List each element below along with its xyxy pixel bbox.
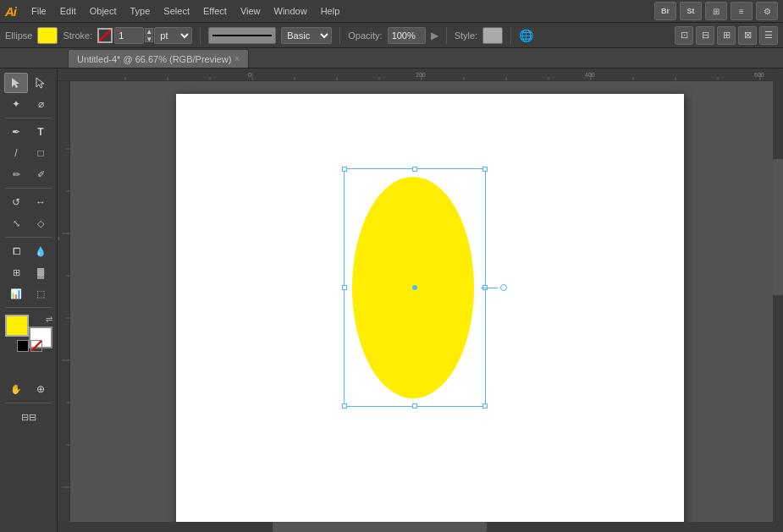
rotate-tool-btn[interactable]: ↺: [4, 192, 28, 212]
svg-text:0: 0: [58, 237, 60, 240]
lasso-tool-btn[interactable]: ⌀: [29, 94, 52, 114]
width-handle[interactable]: [481, 284, 507, 291]
separator-1: [5, 118, 52, 118]
scale-tool-btn[interactable]: ⤡: [4, 213, 28, 233]
magic-wand-tool-btn[interactable]: ✦: [4, 94, 28, 114]
svg-text:200: 200: [416, 72, 426, 78]
transform-panel-btn[interactable]: ⊡: [675, 26, 693, 45]
gradient-tool-btn[interactable]: ▓: [29, 262, 52, 282]
ruler-left: 0: [58, 81, 70, 532]
artboards-btn[interactable]: ⊟⊟: [5, 407, 52, 427]
style-select[interactable]: Basic: [281, 27, 332, 44]
tool-row-7: ⤡ ◇: [4, 213, 52, 233]
opacity-dropdown-arrow[interactable]: ▶: [431, 30, 438, 41]
chart-tool-btn[interactable]: 📊: [4, 283, 28, 304]
align-btn-1[interactable]: ⊟: [696, 26, 714, 45]
foreground-color-swatch[interactable]: [5, 315, 29, 337]
artboard-tool-btn[interactable]: ⬚: [29, 283, 52, 304]
paintbrush-tool-btn[interactable]: ✏: [4, 164, 28, 184]
width-handle-circle[interactable]: [500, 284, 507, 291]
svg-text:0: 0: [248, 72, 251, 78]
divider-2: [339, 27, 340, 44]
type-tool-btn[interactable]: T: [29, 122, 52, 142]
eyedrop-tool-btn[interactable]: 💧: [29, 241, 52, 261]
stroke-color-swatch[interactable]: [97, 28, 113, 43]
swap-colors-btn[interactable]: ⇌: [46, 315, 52, 324]
divider-1: [200, 27, 201, 44]
hand-tool-btn[interactable]: ✋: [4, 379, 28, 399]
globe-icon[interactable]: 🌐: [519, 29, 533, 42]
tool-row-6: ↺ ↔: [4, 192, 52, 212]
handle-bottom-left[interactable]: [342, 403, 347, 409]
handle-middle-left[interactable]: [342, 285, 347, 290]
stroke-down-btn[interactable]: ▼: [145, 36, 153, 42]
handle-bottom-right[interactable]: [482, 403, 488, 409]
handle-bottom-center[interactable]: [412, 403, 417, 409]
align-btn-3[interactable]: ⊠: [738, 26, 757, 45]
menu-window[interactable]: Window: [267, 0, 314, 23]
arrange-icon-btn[interactable]: ≡: [731, 2, 753, 20]
stroke-style-preview[interactable]: [208, 27, 276, 44]
canvas-area[interactable]: 0 200 400 600: [58, 69, 783, 532]
document-tab[interactable]: Untitled-4* @ 66.67% (RGB/Preview) ×: [68, 49, 249, 68]
stroke-line-preview: [212, 35, 272, 36]
mesh-tool-btn[interactable]: ⊞: [4, 262, 28, 282]
handle-top-right[interactable]: [482, 167, 488, 172]
menu-view[interactable]: View: [234, 0, 267, 23]
menu-file[interactable]: File: [25, 0, 53, 23]
stock-icon-btn[interactable]: St: [680, 2, 702, 20]
svg-marker-0: [12, 78, 19, 88]
style-label: Style:: [455, 30, 478, 41]
direct-selection-tool-btn[interactable]: [29, 73, 52, 93]
stroke-up-btn[interactable]: ▲: [145, 28, 153, 35]
menu-select[interactable]: Select: [157, 0, 196, 23]
tool-row-9: ⊞ ▓: [4, 262, 52, 282]
separator-3: [5, 237, 52, 238]
opacity-input[interactable]: [388, 27, 426, 44]
handle-top-center[interactable]: [412, 167, 417, 172]
none-fill-swatch[interactable]: [30, 340, 42, 352]
tool-name-label: Ellipse: [5, 30, 32, 41]
menu-effect[interactable]: Effect: [196, 0, 234, 23]
tab-close-btn[interactable]: ×: [234, 54, 240, 63]
menu-type[interactable]: Type: [124, 0, 157, 23]
tool-row-3: ✒ T: [4, 122, 52, 142]
toolbar-colors: ⇌: [5, 315, 52, 348]
tool-row-5: ✏ ✐: [4, 164, 52, 184]
scrollbar-vertical[interactable]: [773, 69, 783, 522]
tool-row-4: / □: [4, 143, 52, 163]
pencil-tool-btn[interactable]: ✐: [29, 164, 52, 184]
ellipse-container[interactable]: [344, 168, 488, 407]
toolbar: ✦ ⌀ ✒ T / □ ✏ ✐ ↺ ↔ ⤡ ◇ ⧠ 💧 ⊞: [0, 69, 58, 532]
bridge-icon-btn[interactable]: Br: [654, 2, 676, 20]
line-tool-btn[interactable]: /: [4, 143, 28, 163]
menu-edit[interactable]: Edit: [53, 0, 83, 23]
divider-4: [510, 27, 511, 44]
pen-tool-btn[interactable]: ✒: [4, 122, 28, 142]
stroke-label: Stroke:: [63, 30, 92, 41]
none-swatch[interactable]: [17, 340, 29, 352]
svg-text:400: 400: [585, 72, 595, 78]
distribute-btn[interactable]: ☰: [759, 26, 778, 45]
stroke-width-input[interactable]: [114, 27, 144, 44]
rect-tool-btn[interactable]: □: [29, 143, 52, 163]
scrollbar-horizontal[interactable]: [58, 522, 773, 532]
fill-color-swatch[interactable]: [37, 27, 58, 44]
reflect-tool-btn[interactable]: ↔: [29, 192, 52, 212]
menu-help[interactable]: Help: [314, 0, 347, 23]
options-bar: Ellipse Stroke: ▲ ▼ ptpxmm Basic Opacity…: [0, 23, 783, 48]
divider-3: [446, 27, 447, 44]
selection-tool-btn[interactable]: [4, 73, 28, 93]
align-btn-2[interactable]: ⊞: [717, 26, 736, 45]
stroke-unit-select[interactable]: ptpxmm: [154, 27, 192, 44]
selection-bounding-box: [344, 168, 486, 407]
ai-logo: Ai: [5, 4, 16, 19]
blend-tool-btn[interactable]: ⧠: [4, 241, 28, 261]
zoom-tool-btn[interactable]: ⊕: [29, 379, 52, 399]
grid-icon-btn[interactable]: ⊞: [705, 2, 727, 20]
style-color-swatch[interactable]: [482, 27, 503, 44]
settings-icon-btn[interactable]: ⚙: [756, 2, 778, 20]
shear-tool-btn[interactable]: ◇: [29, 213, 52, 233]
handle-top-left[interactable]: [342, 167, 347, 172]
menu-object[interactable]: Object: [83, 0, 124, 23]
